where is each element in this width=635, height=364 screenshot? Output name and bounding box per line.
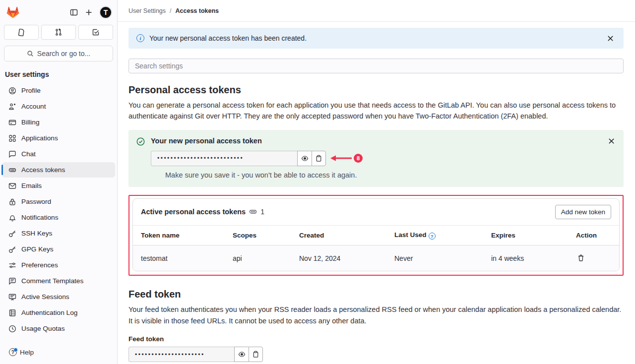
sidebar-item-billing[interactable]: Billing — [2, 115, 115, 130]
active-tokens-title: Active personal access tokens 1 — [141, 208, 264, 216]
copy-clipboard-icon — [252, 351, 259, 358]
new-token-alert: Your new personal access token 8 — [128, 130, 624, 187]
gitlab-logo-icon[interactable] — [6, 6, 20, 19]
info-banner-close-button[interactable] — [605, 33, 616, 44]
search-icon — [27, 50, 34, 57]
todo-icon — [92, 28, 100, 36]
new-token-alert-title: Your new personal access token — [151, 137, 262, 145]
active-tokens-card: Active personal access tokens 1 Add new … — [132, 198, 620, 272]
info-banner: i Your new personal access token has bee… — [128, 28, 624, 49]
sidebar-toggle-icon — [70, 8, 78, 16]
sidebar-item-access-tokens[interactable]: Access tokens — [2, 162, 115, 178]
breadcrumb-parent[interactable]: User Settings — [128, 7, 166, 14]
account-icon — [8, 103, 16, 111]
settings-search-input[interactable] — [128, 59, 624, 73]
avatar[interactable]: T — [99, 6, 112, 19]
sidebar-item-authentication-log[interactable]: Authentication Log — [2, 305, 115, 320]
col-scopes: Scopes — [225, 225, 291, 245]
active-tokens-count: 1 — [260, 208, 264, 216]
search-or-goto[interactable]: Search or go to... — [4, 46, 113, 61]
log-icon — [8, 309, 16, 317]
sidebar-item-account[interactable]: Account — [2, 99, 115, 114]
add-new-token-button[interactable]: Add new token — [555, 205, 611, 219]
sidebar-item-usage-quotas[interactable]: Usage Quotas — [2, 321, 115, 336]
col-created: Created — [291, 225, 386, 245]
sidebar-item-emails[interactable]: Emails — [2, 178, 115, 193]
feed-token-field[interactable] — [128, 347, 234, 362]
cell-scopes: api — [225, 245, 291, 271]
sidebar-item-applications[interactable]: Applications — [2, 130, 115, 146]
annotation-step-badge: 8 — [354, 154, 363, 163]
question-circle-icon[interactable]: ? — [429, 233, 436, 240]
sidebar-toggle-button[interactable] — [66, 5, 81, 20]
col-token-name: Token name — [133, 225, 225, 245]
copy-token-button[interactable] — [312, 151, 326, 166]
sidebar-item-notifications[interactable]: Notifications — [2, 210, 115, 225]
bell-icon — [8, 214, 16, 222]
info-icon: i — [136, 34, 144, 42]
new-token-alert-close-button[interactable] — [606, 136, 617, 146]
chat-icon — [8, 150, 16, 158]
help-button[interactable]: ? Help — [0, 341, 117, 364]
table-row: testomat api Nov 12, 2024 Never in 4 wee… — [133, 245, 619, 271]
issues-icon — [17, 28, 25, 36]
todo-shortcut-button[interactable] — [78, 25, 113, 40]
comment-icon — [8, 277, 16, 285]
tokens-table: Token name Scopes Created Last Used? Exp… — [133, 225, 619, 271]
token-icon — [8, 166, 16, 174]
sidebar-item-ssh-keys[interactable]: SSH Keys — [2, 226, 115, 241]
personal-token-field[interactable] — [151, 151, 297, 166]
sliders-icon — [8, 261, 16, 269]
plus-icon — [85, 8, 93, 16]
key-icon — [8, 230, 16, 238]
feed-token-description: Your feed token authenticates you when y… — [128, 304, 624, 326]
token-icon — [249, 208, 257, 216]
cell-token-name: testomat — [133, 245, 225, 271]
check-circle-icon — [136, 137, 145, 146]
info-banner-text: Your new personal access token has been … — [149, 34, 307, 42]
copy-clipboard-icon — [315, 155, 322, 162]
pat-description: You can generate a personal access token… — [128, 100, 624, 122]
revoke-token-button[interactable] — [576, 253, 586, 263]
sidebar-item-active-sessions[interactable]: Active Sessions — [2, 289, 115, 304]
sidebar-header: T — [0, 0, 117, 20]
sidebar-nav: Profile Account Billing Applications Cha… — [0, 83, 117, 336]
annotation-arrow-group: 8 — [330, 151, 363, 166]
eye-icon — [301, 155, 309, 162]
merge-requests-shortcut-button[interactable] — [41, 25, 76, 40]
help-icon: ? — [9, 348, 17, 356]
reveal-feed-token-button[interactable] — [234, 347, 249, 362]
create-new-button[interactable] — [81, 5, 96, 20]
sidebar: T Search or go to... User settings — [0, 0, 118, 364]
sidebar-item-preferences[interactable]: Preferences — [2, 257, 115, 273]
billing-icon — [8, 119, 16, 126]
breadcrumb-current: Access tokens — [176, 7, 219, 14]
feed-token-label: Feed token — [128, 335, 624, 343]
sidebar-section-title: User settings — [0, 61, 117, 82]
sidebar-shortcuts — [0, 20, 117, 40]
annotation-arrow-icon — [330, 154, 353, 162]
profile-icon — [8, 87, 16, 95]
close-icon — [607, 35, 614, 42]
email-icon — [8, 182, 16, 190]
sidebar-item-comment-templates[interactable]: Comment Templates — [2, 273, 115, 289]
sidebar-item-profile[interactable]: Profile — [2, 83, 115, 98]
key-icon — [8, 245, 16, 253]
feed-token-title: Feed token — [128, 289, 624, 300]
sidebar-item-password[interactable]: Password — [2, 194, 115, 209]
trash-icon — [577, 254, 585, 262]
sidebar-item-chat[interactable]: Chat — [2, 146, 115, 162]
cell-created: Nov 12, 2024 — [291, 245, 386, 271]
merge-request-icon — [55, 28, 63, 36]
breadcrumb: User Settings / Access tokens — [118, 0, 635, 22]
copy-feed-token-button[interactable] — [249, 347, 263, 362]
reveal-token-button[interactable] — [297, 151, 312, 166]
eye-icon — [238, 351, 246, 358]
issues-shortcut-button[interactable] — [4, 25, 39, 40]
monitor-icon — [8, 293, 16, 301]
sidebar-item-gpg-keys[interactable]: GPG Keys — [2, 242, 115, 257]
cell-expires: in 4 weeks — [483, 245, 568, 271]
applications-icon — [8, 134, 16, 142]
page-title: Personal access tokens — [128, 84, 624, 96]
cell-last-used: Never — [386, 245, 483, 271]
